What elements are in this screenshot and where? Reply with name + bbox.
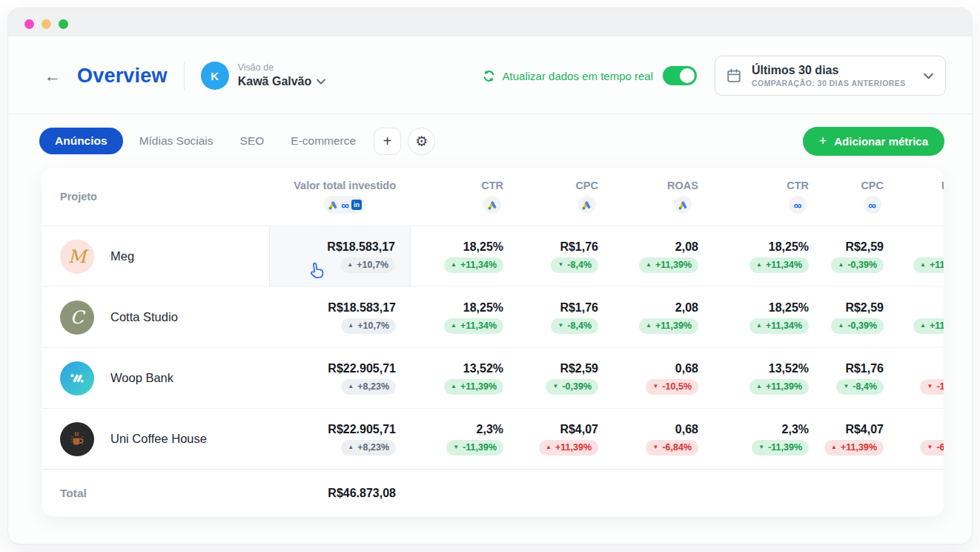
settings-gear-button[interactable]: ⚙ <box>408 128 435 155</box>
calendar-icon <box>726 68 742 84</box>
metric-cell[interactable]: R$2,59▲-0,39% <box>824 226 898 286</box>
project-name: Woop Bank <box>110 371 173 385</box>
metric-cell[interactable]: 13,52%▲+11,39% <box>713 348 824 408</box>
metric-cell[interactable]: 2,08▲+11,39% <box>613 226 713 286</box>
chevron-down-icon <box>924 73 933 79</box>
tab-e-commerce[interactable]: E-commerce <box>280 128 366 154</box>
project-cell[interactable]: MMeg <box>42 226 269 286</box>
avatar-letter: C <box>70 307 84 328</box>
tab-anúncios[interactable]: Anúncios <box>39 128 123 154</box>
metric-cell[interactable]: 18,25%▲+11,34% <box>713 226 824 286</box>
date-range-selector[interactable]: Últimos 30 dias COMPARAÇÃO: 30 DIAS ANTE… <box>715 56 946 96</box>
metric-cell[interactable]: R$22.905,71▲+8,23% <box>269 409 411 469</box>
metric-cell[interactable]: 0,68▼-6,84% <box>613 409 713 469</box>
delta-value: -10,5% <box>662 381 692 392</box>
metric-value: R$1,76 <box>560 301 598 315</box>
project-avatar: C <box>60 300 94 335</box>
column-label: CTR <box>787 180 809 191</box>
metric-cell[interactable]: 2,08▲+11,39% <box>898 287 944 347</box>
column-header-roas: ROAS∞ <box>898 168 944 226</box>
project-cell[interactable]: Woop Bank <box>42 348 269 408</box>
metric-cell[interactable]: 0,68▼-6,84% <box>898 409 944 469</box>
metric-cell[interactable]: R$18.583,17▲+10,7% <box>269 287 411 347</box>
table-total-row: Total R$46.873,08 <box>42 469 944 516</box>
column-label: CTR <box>481 180 503 191</box>
metric-cell[interactable]: R$1,76▼-8,4% <box>518 226 613 286</box>
window-close-button[interactable] <box>24 19 34 29</box>
metric-cell[interactable]: R$22.905,71▲+8,23% <box>269 348 411 408</box>
arrow-up-icon: ▲ <box>451 384 457 390</box>
metric-cell[interactable]: R$1,76▼-8,4% <box>824 348 898 408</box>
project-avatar <box>60 361 94 395</box>
delta-badge: ▼-8,4% <box>551 318 598 334</box>
metric-value: 13,52% <box>463 362 503 375</box>
table-row: MMegR$18.583,17▲+10,7%18,25%▲+11,34%R$1,… <box>42 226 944 286</box>
column-header-projeto: Projeto <box>42 168 269 226</box>
hand-cursor-icon <box>307 260 327 283</box>
delta-value: -11,39% <box>463 442 497 453</box>
metric-value: R$2,59 <box>845 240 884 254</box>
delta-badge: ▲+10,7% <box>341 318 396 334</box>
metric-cell[interactable]: 18,25%▲+11,34% <box>411 226 518 286</box>
metric-cell[interactable]: R$4,07▲+11,39% <box>518 409 613 469</box>
metric-cell[interactable]: 0,68▼-10,5% <box>613 348 713 408</box>
project-cell[interactable]: CCotta Studio <box>42 287 269 347</box>
project-name: Cotta Studio <box>110 310 178 324</box>
view-name: Kawã Galvão <box>238 74 312 89</box>
delta-badge: ▼-8,4% <box>836 379 884 395</box>
metric-cell[interactable]: 18,25%▲+11,34% <box>713 287 824 347</box>
delta-value: +8,23% <box>357 442 389 453</box>
delta-badge: ▲+11,39% <box>539 440 598 456</box>
arrow-down-icon: ▼ <box>927 384 933 390</box>
delta-badge: ▲+10,7% <box>340 257 395 273</box>
table-row: CCotta StudioR$18.583,17▲+10,7%18,25%▲+1… <box>42 286 944 347</box>
window-zoom-button[interactable] <box>59 19 68 29</box>
arrow-up-icon: ▲ <box>646 262 652 268</box>
column-label: Projeto <box>60 191 97 203</box>
tab-mídias-sociais[interactable]: Mídias Sociais <box>129 128 224 154</box>
metric-value: 18,25% <box>463 240 503 254</box>
realtime-control: Atualizar dados em tempo real <box>482 66 697 85</box>
arrow-up-icon: ▲ <box>348 323 354 329</box>
metric-value: R$18.583,17 <box>327 240 395 254</box>
delta-badge: ▲-0,39% <box>831 257 884 273</box>
date-range-comparison: COMPARAÇÃO: 30 DIAS ANTERIORES <box>752 79 914 89</box>
column-header-ctr: CTR∞ <box>713 168 824 226</box>
add-metric-button[interactable]: + Adicionar métrica <box>803 127 944 156</box>
metric-cell[interactable]: 13,52%▲+11,39% <box>411 348 518 408</box>
metric-cell[interactable]: R$2,59▼-0,39% <box>518 348 613 408</box>
view-selector[interactable]: K Visão de Kawã Galvão <box>201 62 326 90</box>
metric-value: R$4,07 <box>845 423 884 436</box>
window-minimize-button[interactable] <box>42 19 51 29</box>
metric-cell[interactable]: 18,25%▲+11,34% <box>411 287 518 347</box>
metric-cell[interactable]: R$18.583,17▲+10,7% <box>269 226 411 286</box>
toggle-knob <box>680 68 695 83</box>
tab-seo[interactable]: SEO <box>230 128 275 154</box>
metric-cell[interactable]: 2,3%▼-11,39% <box>411 409 518 469</box>
project-cell[interactable]: Uni Coffee House <box>42 409 269 469</box>
metric-cell[interactable]: 0,68▼-10,5% <box>898 348 944 408</box>
metric-cell[interactable]: R$1,76▼-8,4% <box>518 287 613 347</box>
add-tab-button[interactable]: + <box>374 128 401 155</box>
metric-cell[interactable]: R$4,07▲+11,39% <box>824 409 898 469</box>
delta-badge: ▲+11,34% <box>444 318 503 334</box>
platform-icon-chip: ∞in <box>324 196 365 214</box>
meta-icon: ∞ <box>794 200 802 211</box>
delta-value: +11,34% <box>460 260 497 270</box>
metric-value: 13,52% <box>769 362 809 375</box>
arrow-up-icon: ▲ <box>920 262 926 268</box>
metric-cell[interactable]: 2,08▲+11,39% <box>898 226 944 286</box>
table-row: Uni Coffee HouseR$22.905,71▲+8,23%2,3%▼-… <box>42 408 944 469</box>
realtime-toggle[interactable] <box>663 66 697 85</box>
column-label: CPC <box>575 180 598 191</box>
metric-cell[interactable]: 2,3%▼-11,39% <box>713 409 824 469</box>
metric-cell[interactable]: 2,08▲+11,39% <box>613 287 713 347</box>
arrow-down-icon: ▼ <box>453 444 459 450</box>
metric-cell[interactable]: R$2,59▲-0,39% <box>824 287 898 347</box>
arrow-down-icon: ▼ <box>758 444 764 450</box>
back-button[interactable]: ← <box>44 68 61 85</box>
delta-value: -0,39% <box>847 260 877 270</box>
table-header-row: ProjetoValor total investido∞inCTRCPCROA… <box>42 168 944 226</box>
column-label: ROAS <box>667 180 698 191</box>
metric-value: 2,3% <box>477 423 503 436</box>
